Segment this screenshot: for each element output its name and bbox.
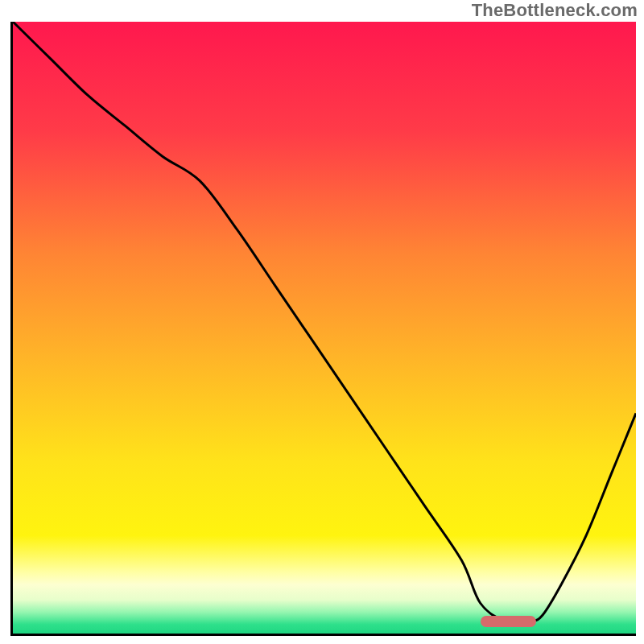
chart-svg [13,22,636,634]
gradient-rect [13,22,636,634]
chart-container: TheBottleneck.com [0,0,644,644]
plot-area [10,22,636,636]
highlight-marker [481,616,537,627]
watermark-text: TheBottleneck.com [472,0,638,21]
